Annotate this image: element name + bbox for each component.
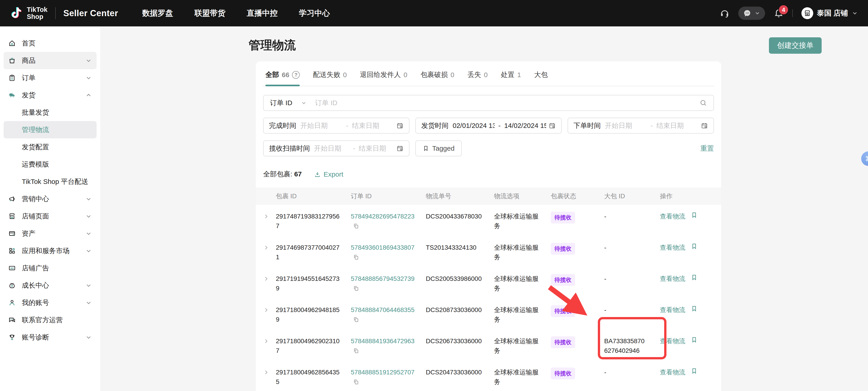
nav-link-live-center[interactable]: 直播中控 [247,8,278,19]
tab-count: 0 [343,71,347,79]
sidebar-item-home[interactable]: 首页 [4,35,97,52]
sidebar-item-platform-fulfillment[interactable]: TikTok Shop 平台配送 [4,173,97,190]
sidebar-item-shop-ads[interactable]: AD 店铺广告 [4,259,97,277]
table-row: 2917180049629023107 578488841936472963 D… [256,330,721,361]
view-logistics-link[interactable]: 查看物流 [660,336,685,346]
filter-pickup-scan-time[interactable]: 揽收扫描时间 开始日期 - 结束日期 [263,140,409,156]
sidebar-item-orders[interactable]: 订单 [4,69,97,86]
floating-shortcut-button[interactable]: ⌘ [861,151,868,166]
sidebar-item-bulk-shipping[interactable]: 批量发货 [4,104,97,121]
bookmark-icon[interactable] [691,243,698,250]
batch-id: - [604,212,660,221]
order-id-link[interactable]: 578488851912952707 [351,369,414,376]
order-id-link[interactable]: 578493601869433807 [351,244,414,251]
search-type-select[interactable]: 订单 ID [270,98,313,108]
tab-disposal[interactable]: 处置 1 [501,70,521,86]
storefront-icon [8,212,16,220]
batch-id: - [604,305,660,315]
filter-order-time[interactable]: 下单时间 开始日期 - 结束日期 [568,118,714,134]
tab-all[interactable]: 全部 66 ? [266,70,300,86]
copy-icon[interactable] [353,285,359,291]
order-id-link[interactable]: 578488841936472963 [351,337,414,344]
sidebar-item-label: 应用和服务市场 [22,246,79,256]
view-logistics-link[interactable]: 查看物流 [660,305,685,315]
trophy-icon [8,333,16,341]
shop-switcher[interactable]: 泰国 店铺 [801,7,858,19]
page-title: 管理物流 [249,37,296,53]
table-row: 2917487193831279567 578494282695478223 D… [256,205,721,236]
sidebar-item-account-diagnosis[interactable]: 账号诊断 [4,329,97,346]
tiktok-shop-logo[interactable]: TikTok Shop [10,6,48,21]
order-id-link[interactable]: 578488847064468355 [351,306,414,313]
chevron-down-icon [85,282,92,289]
messages-button[interactable] [738,7,765,20]
headset-icon[interactable] [720,8,730,18]
bookmark-icon[interactable] [691,368,698,374]
order-id-link[interactable]: 578488856794532739 [351,275,414,282]
expand-row-icon[interactable] [263,245,269,251]
view-logistics-link[interactable]: 查看物流 [660,274,685,284]
copy-icon[interactable] [353,348,359,354]
reset-filters-link[interactable]: 重置 [700,144,714,153]
package-status: 待揽收 [551,212,604,223]
sidebar-item-contact-official[interactable]: 联系官方运营 [4,311,97,329]
sidebar-item-growth-center[interactable]: 成长中心 [4,277,97,294]
copy-icon[interactable] [353,254,359,260]
view-logistics-link[interactable]: 查看物流 [660,212,685,221]
copy-icon[interactable] [353,379,359,385]
logo-line1: TikTok [27,6,48,13]
export-button[interactable]: Export [314,170,343,178]
sidebar-item-assets[interactable]: 资产 [4,225,97,242]
sidebar-item-products[interactable]: 商品 [4,52,97,69]
tab-delivery-failed[interactable]: 配送失败 0 [313,70,347,86]
create-handover-button[interactable]: 创建交接单 [769,37,822,54]
sidebar-item-shipping-template[interactable]: 运费模版 [4,156,97,173]
filter-row-2: 揽收扫描时间 开始日期 - 结束日期 Tagged 重置 [263,140,714,156]
tab-package-damaged[interactable]: 包裹破损 0 [421,70,455,86]
tab-label: 包裹破损 [421,70,448,79]
filter-label: 完成时间 [269,121,296,131]
view-logistics-link[interactable]: 查看物流 [660,368,685,377]
help-icon[interactable]: ? [292,71,300,79]
view-logistics-link[interactable]: 查看物流 [660,243,685,252]
package-id: 2917487193831279567 [276,212,351,231]
tagged-filter-button[interactable]: Tagged [415,140,462,156]
sidebar-item-shop-pages[interactable]: 店铺页面 [4,207,97,225]
filter-complete-time[interactable]: 完成时间 开始日期 - 结束日期 [263,118,409,134]
notifications-button[interactable]: 4 [774,8,784,19]
sidebar-item-shipping[interactable]: 发货 [4,86,97,104]
bookmark-icon[interactable] [691,274,698,281]
sidebar-item-manage-logistics[interactable]: 管理物流 [4,121,97,138]
bookmark-icon[interactable] [691,336,698,343]
nav-link-affiliate[interactable]: 联盟带货 [194,8,225,19]
expand-row-icon[interactable] [263,369,269,375]
package-id: 2917469873770040271 [276,243,351,262]
sidebar-item-marketing[interactable]: 营销中心 [4,190,97,207]
expand-row-icon[interactable] [263,307,269,313]
order-id-link[interactable]: 578494282695478223 [351,213,414,220]
search-icon[interactable] [700,99,707,107]
filter-ship-time[interactable]: 发货时间 02/01/2024 13: - 14/02/2024 15: [415,118,562,134]
notification-badge: 4 [778,4,789,15]
sidebar-item-my-account[interactable]: 我的账号 [4,294,97,311]
expand-row-icon[interactable] [263,338,269,344]
nav-link-academy[interactable]: 学习中心 [299,8,330,19]
package-id: 2917180049629023107 [276,336,351,356]
navbar-right: 4 泰国 店铺 [720,7,858,20]
copy-icon[interactable] [353,316,359,323]
calendar-icon [396,145,404,152]
sidebar-item-label: 商品 [22,56,79,65]
nav-link-data-compass[interactable]: 数据罗盘 [142,8,173,19]
tab-big-package[interactable]: 大包 [534,70,548,86]
search-input[interactable] [315,99,698,107]
expand-row-icon[interactable] [263,214,269,219]
bookmark-icon[interactable] [691,305,698,312]
expand-row-icon[interactable] [263,276,269,282]
sidebar-item-shipping-settings[interactable]: 发货配置 [4,138,97,156]
copy-icon[interactable] [353,223,359,229]
tab-returned-to-sender[interactable]: 退回给发件人 0 [360,70,407,86]
package-status: 待揽收 [551,305,604,317]
bookmark-icon[interactable] [691,212,698,219]
tab-lost[interactable]: 丢失 0 [467,70,488,86]
sidebar-item-app-marketplace[interactable]: 应用和服务市场 [4,242,97,259]
